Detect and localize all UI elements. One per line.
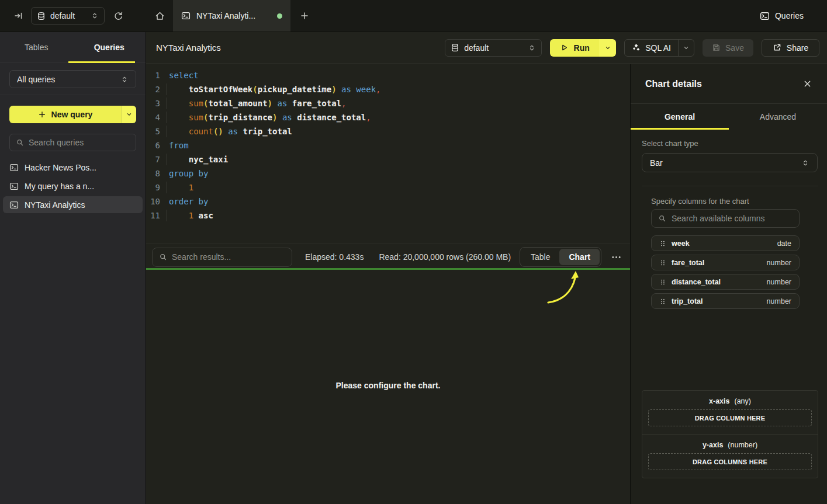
columns-search[interactable]	[651, 209, 800, 228]
code-line[interactable]: 1select	[146, 68, 630, 82]
new-query-main[interactable]: New query	[9, 106, 121, 123]
search-queries-input[interactable]	[29, 138, 130, 147]
console-icon	[9, 200, 19, 210]
new-query-button[interactable]: New query	[9, 106, 136, 123]
indent-guide	[167, 126, 167, 137]
query-toolbar: NYTaxi Analytics default Run SQL AI	[146, 32, 827, 64]
line-number: 5	[146, 124, 160, 138]
panel-tab-general[interactable]: General	[631, 104, 729, 130]
code-token: ,	[366, 113, 371, 122]
code-token: trip_distance	[208, 113, 272, 122]
sql-ai-button[interactable]: SQL AI	[624, 39, 694, 57]
view-toggle: Table Chart	[520, 247, 601, 267]
rows-read-stat: Read: 20,000,000 rows (260.00 MB)	[379, 252, 511, 262]
drag-handle-icon[interactable]	[659, 240, 666, 247]
app-root: default NYTaxi Analyti... Queries	[0, 0, 827, 504]
query-list-item-selected[interactable]: NYTaxi Analytics	[3, 196, 143, 213]
panel-tabs: General Advanced	[631, 103, 827, 130]
sql-ai-dropdown[interactable]	[678, 40, 694, 56]
code-content: sum(trip_distance) as distance_total,	[167, 110, 371, 124]
view-toggle-label: Table	[531, 252, 550, 262]
new-tab-button[interactable]	[290, 0, 319, 32]
sidebar-tab-tables[interactable]: Tables	[0, 32, 73, 62]
drag-handle-icon[interactable]	[659, 259, 666, 266]
tab-nytaxi-analytics[interactable]: NYTaxi Analyti...	[173, 0, 290, 32]
home-tab[interactable]	[146, 0, 173, 32]
search-columns-input[interactable]	[672, 214, 793, 223]
columns-section: Specify columns for the chart week date …	[651, 197, 800, 309]
collapse-sidebar-icon[interactable]	[14, 11, 23, 20]
panel-header: Chart details	[631, 64, 827, 103]
chevron-updown-icon	[91, 12, 99, 20]
view-toggle-table[interactable]: Table	[521, 249, 559, 265]
run-dropdown[interactable]	[599, 39, 616, 57]
search-results-input[interactable]	[172, 252, 285, 262]
share-button[interactable]: Share	[762, 39, 819, 57]
query-item-label: My query has a n...	[25, 182, 94, 191]
chart-area: Please configure the chart.	[146, 270, 630, 504]
y-axis-drop-zone[interactable]: DRAG COLUMNS HERE	[648, 453, 812, 470]
code-content: from	[167, 138, 189, 152]
panel-tab-advanced[interactable]: Advanced	[729, 104, 827, 130]
code-content: select	[167, 68, 199, 82]
code-content: count() as trip_total	[167, 124, 292, 138]
x-axis-drop-zone[interactable]: DRAG COLUMN HERE	[648, 409, 812, 426]
code-line[interactable]: 6from	[146, 138, 630, 152]
tab-strip: NYTaxi Analyti...	[146, 0, 319, 32]
code-line[interactable]: 8group by	[146, 166, 630, 180]
code-line[interactable]: 11 1 asc	[146, 208, 630, 223]
column-chip-trip-total[interactable]: trip_total number	[651, 293, 800, 309]
column-chip-distance-total[interactable]: distance_total number	[651, 274, 800, 290]
database-selector-value: default	[50, 11, 75, 20]
code-line[interactable]: 3 sum(total_amount) as fare_total,	[146, 96, 630, 110]
column-chip-fare-total[interactable]: fare_total number	[651, 255, 800, 270]
code-line[interactable]: 5 count() as trip_total	[146, 124, 630, 138]
database-icon	[451, 43, 459, 52]
run-button[interactable]: Run	[550, 39, 616, 57]
save-button[interactable]: Save	[703, 39, 753, 57]
more-options-icon[interactable]	[611, 252, 622, 263]
chart-type-select[interactable]: Bar	[642, 153, 818, 172]
chevron-down-icon	[126, 111, 133, 118]
query-list-item[interactable]: Hacker News Pos...	[3, 159, 143, 176]
refresh-icon[interactable]	[113, 11, 123, 21]
column-name: distance_total	[672, 278, 721, 286]
console-icon	[760, 11, 770, 21]
view-toggle-chart[interactable]: Chart	[559, 249, 600, 265]
code-line[interactable]: 7 nyc_taxi	[146, 152, 630, 166]
sidebar-divider	[0, 95, 146, 95]
query-list-item[interactable]: My query has a n...	[3, 178, 143, 194]
code-line[interactable]: 10order by	[146, 194, 630, 208]
queries-button[interactable]: Queries	[760, 11, 804, 21]
search-icon	[159, 253, 167, 261]
drag-handle-icon[interactable]	[659, 298, 666, 305]
sql-ai-main[interactable]: SQL AI	[625, 40, 678, 56]
column-chip-week[interactable]: week date	[651, 235, 800, 251]
sidebar-tab-queries[interactable]: Queries	[73, 32, 146, 62]
console-icon	[9, 163, 19, 172]
line-number: 8	[146, 166, 160, 180]
query-filter-select[interactable]: All queries	[9, 70, 136, 88]
sql-editor[interactable]: 1select2 toStartOfWeek(pickup_datetime) …	[146, 64, 630, 244]
topbar-database-selector[interactable]: default	[31, 7, 105, 25]
home-icon	[155, 11, 165, 21]
new-query-dropdown[interactable]	[121, 106, 136, 123]
code-line[interactable]: 4 sum(trip_distance) as distance_total,	[146, 110, 630, 124]
code-token: as	[277, 99, 287, 108]
x-axis-header: x-axis (any)	[648, 397, 812, 405]
x-axis-type-hint: (any)	[734, 397, 750, 405]
indent-spaces	[169, 183, 189, 192]
indent-spaces	[169, 211, 189, 220]
code-token	[277, 113, 282, 122]
code-line[interactable]: 2 toStartOfWeek(pickup_datetime) as week…	[146, 82, 630, 96]
close-icon[interactable]	[803, 79, 812, 88]
drag-handle-icon[interactable]	[659, 279, 666, 286]
indent-spaces	[169, 85, 189, 94]
toolbar-database-selector[interactable]: default	[445, 39, 542, 57]
y-axis-section: y-axis (number) DRAG COLUMNS HERE	[642, 434, 818, 478]
run-button-main[interactable]: Run	[550, 39, 599, 57]
code-line[interactable]: 9 1	[146, 180, 630, 194]
sidebar-search[interactable]	[9, 134, 136, 151]
results-search[interactable]	[152, 248, 292, 267]
code-token	[193, 211, 198, 220]
